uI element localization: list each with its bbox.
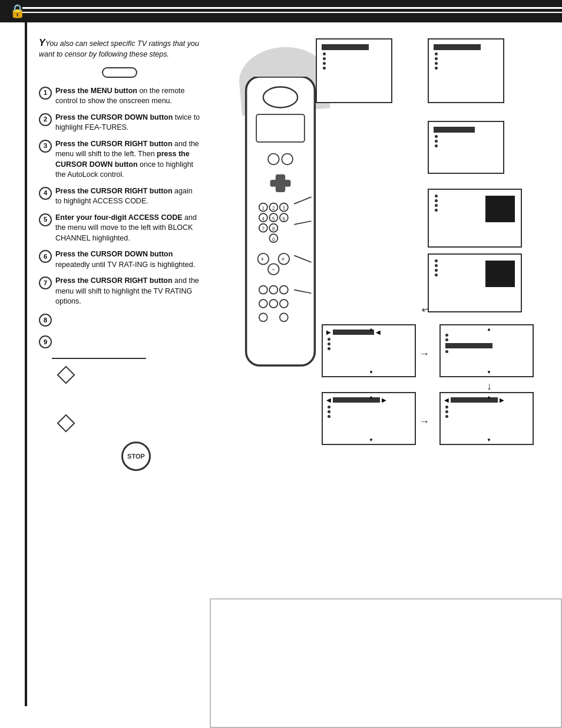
screen-dot-4d3 — [435, 274, 438, 276]
step-5: 5 Enter your four-digit ACCESS CODE and … — [39, 213, 200, 244]
screen-triangle-up8: ▲ — [369, 394, 373, 400]
screen-dot-4a2 — [435, 195, 438, 197]
screen-dot-7b — [445, 338, 448, 341]
screen-highlight-7 — [445, 343, 492, 348]
screen-dot-4 — [323, 67, 326, 70]
screen-triangle-down7: ▼ — [487, 370, 491, 375]
step-num-1: 1 — [39, 87, 52, 100]
screen-arrow-8b: ▶ — [382, 397, 386, 403]
arrow-between-8-9: → — [419, 416, 429, 428]
screen-dot-4c3 — [435, 269, 438, 272]
screen-dot-1 — [323, 52, 326, 55]
note-box — [210, 598, 562, 728]
svg-text:+: + — [281, 255, 285, 262]
svg-text:2: 2 — [272, 206, 275, 211]
screen-box-8: ◀ ▶ ▲ ▼ — [322, 392, 416, 445]
black-square-3 — [485, 261, 515, 287]
header-lines — [22, 7, 562, 9]
step-num-2: 2 — [39, 113, 52, 126]
step-num-3: 3 — [39, 140, 52, 153]
step-num-9: 9 — [39, 335, 52, 348]
diamond-1 — [57, 365, 75, 384]
screen-highlight-6 — [333, 330, 374, 335]
screen-dot-6b — [328, 342, 330, 345]
step-3: 3 Press the CURSOR RIGHT button and the … — [39, 139, 200, 180]
menu-button-shape — [102, 67, 137, 78]
step-text-4: Press the CURSOR RIGHT button again to h… — [55, 186, 200, 207]
step-1: 1 Press the MENU button on the remote co… — [39, 86, 200, 107]
step-text-3: Press the CURSOR RIGHT button and the me… — [55, 139, 200, 180]
screen-box-1 — [316, 38, 392, 103]
header-bar — [0, 0, 562, 22]
svg-text:7: 7 — [262, 226, 265, 232]
screen-arrow-8: ◀ — [326, 397, 331, 403]
svg-text:5: 5 — [272, 216, 275, 222]
screen-triangle-up7: ▲ — [487, 327, 491, 332]
screen-box-6: ▶ ◀ ▲ ▼ — [322, 324, 416, 377]
step-text-5: Enter your four-digit ACCESS CODE and th… — [55, 213, 200, 244]
svg-text:8: 8 — [272, 226, 275, 232]
arrow-between-6-7: → — [419, 348, 429, 360]
screen-box-3 — [428, 121, 504, 174]
screen-dot-2c — [435, 62, 438, 65]
screen-dot-7c — [445, 350, 448, 353]
stop-badge: STOP — [121, 442, 151, 471]
step-text-1: Press the MENU button on the remote cont… — [55, 86, 200, 107]
screen-triangle-down6: ▼ — [369, 370, 373, 375]
screen-dot-2b — [435, 57, 438, 60]
screen-dot-4d2 — [435, 209, 438, 212]
screen-dot-4c2 — [435, 204, 438, 207]
screen-dot-4b3 — [435, 264, 438, 267]
screen-highlight-2 — [434, 44, 481, 50]
remote-button-illustration — [39, 67, 200, 78]
step-7: 7 Press the CURSOR RIGHT button and the … — [39, 276, 200, 307]
screen-dot-9b — [445, 410, 448, 413]
svg-text:6: 6 — [283, 216, 286, 222]
screen-dot-6a — [328, 338, 330, 341]
screen-dot-4b2 — [435, 199, 438, 202]
screen-dot-3a — [435, 135, 438, 138]
divider-line — [52, 358, 146, 359]
screen-dot-6c — [328, 347, 330, 350]
screen-arrow-9: ◀ — [444, 397, 449, 403]
intro-text: YYou also can select specific TV ratings… — [39, 37, 200, 60]
svg-text:−: − — [272, 266, 275, 273]
step-6: 6 Press the CURSOR DOWN button repeatedl… — [39, 249, 200, 270]
step-9: 9 — [39, 335, 200, 348]
step-text-7: Press the CURSOR RIGHT button and the me… — [55, 276, 200, 307]
screen-dot-3b — [435, 140, 438, 143]
screen-triangle-down8: ▼ — [369, 437, 373, 443]
screen-arrow-6: ▶ — [326, 329, 331, 335]
step-8: 8 — [39, 313, 200, 327]
screen-dot-3 — [323, 62, 326, 65]
lock-icon: 🔒 — [9, 4, 25, 19]
svg-text:3: 3 — [283, 206, 286, 211]
screen-dot-9c — [445, 415, 448, 418]
screen-dot-8c — [328, 415, 330, 418]
instructions-panel: YYou also can select specific TV ratings… — [27, 29, 210, 478]
screen-box-7: ▲ ▼ — [439, 324, 534, 377]
screen-dot-4a3 — [435, 259, 438, 262]
diamond-2 — [57, 414, 75, 432]
screen-arrow-9b: ▶ — [500, 397, 504, 403]
step-2: 2 Press the CURSOR DOWN button twice to … — [39, 113, 200, 133]
step-num-4: 4 — [39, 187, 52, 200]
screen-dot-3c — [435, 144, 438, 147]
step-num-5: 5 — [39, 213, 52, 226]
step-num-8: 8 — [39, 314, 52, 327]
screen-dot-8a — [328, 406, 330, 409]
screen-dot-9a — [445, 406, 448, 409]
screen-box-4 — [428, 189, 522, 248]
arrow-down-7-8: ↓ — [487, 380, 492, 393]
svg-text:+: + — [260, 255, 264, 262]
svg-text:4: 4 — [262, 216, 265, 222]
step-4: 4 Press the CURSOR RIGHT button again to… — [39, 186, 200, 207]
step-text-2: Press the CURSOR DOWN button twice to hi… — [55, 113, 200, 133]
screen-box-5 — [428, 253, 522, 312]
screen-dot-2 — [323, 57, 326, 60]
screen-dot-2a — [435, 52, 438, 55]
screen-dot-2d — [435, 67, 438, 70]
screen-dot-8b — [328, 410, 330, 413]
svg-rect-6 — [276, 174, 285, 192]
screen-triangle-down9: ▼ — [487, 437, 491, 443]
